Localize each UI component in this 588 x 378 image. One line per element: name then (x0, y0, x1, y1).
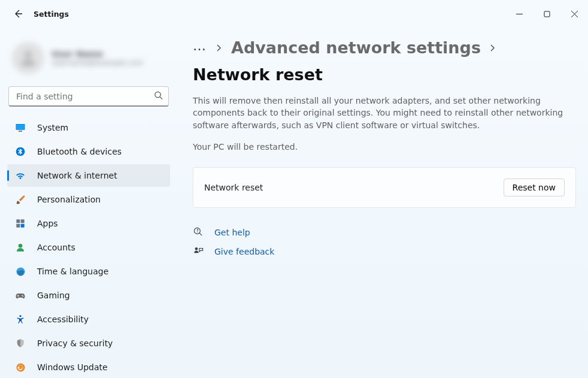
svg-rect-4 (19, 131, 22, 132)
sidebar-item-windows-update[interactable]: Windows Update (7, 356, 170, 378)
chevron-right-icon (489, 41, 496, 54)
breadcrumb-parent-link[interactable]: Advanced network settings (231, 38, 481, 57)
svg-rect-8 (16, 224, 20, 228)
sidebar-item-accounts[interactable]: Accounts (7, 236, 170, 259)
breadcrumb: … Advanced network settings Network rese… (193, 38, 576, 84)
update-icon (14, 361, 26, 373)
gamepad-icon (14, 289, 26, 301)
arrow-left-icon (13, 9, 23, 19)
reset-now-button[interactable]: Reset now (504, 179, 565, 196)
accessibility-icon (14, 313, 26, 325)
give-feedback-row: Give feedback (193, 246, 576, 257)
svg-rect-0 (544, 11, 550, 17)
sidebar-item-bluetooth[interactable]: Bluetooth & devices (7, 140, 170, 163)
svg-point-12 (22, 295, 23, 296)
svg-rect-7 (21, 219, 25, 223)
svg-rect-9 (21, 224, 25, 228)
maximize-button[interactable] (533, 4, 560, 23)
sidebar-item-gaming[interactable]: Gaming (7, 284, 170, 307)
back-button[interactable] (7, 3, 29, 25)
sidebar-item-label: Accounts (37, 243, 75, 252)
account-block[interactable]: User Name username@example.com (7, 34, 170, 85)
sidebar-item-label: Privacy & security (37, 338, 113, 348)
sidebar-item-apps[interactable]: Apps (7, 212, 170, 235)
sidebar-item-label: System (37, 123, 68, 132)
restart-note: Your PC will be restarted. (193, 142, 576, 152)
search-input[interactable] (8, 86, 169, 107)
person-icon (14, 241, 26, 253)
shield-icon (14, 337, 26, 349)
sidebar: User Name username@example.com System Bl… (0, 28, 177, 378)
maximize-icon (544, 11, 550, 17)
close-icon (571, 11, 578, 17)
minimize-icon (516, 11, 523, 17)
apps-icon (14, 217, 26, 229)
main-content: … Advanced network settings Network rese… (177, 28, 588, 378)
sidebar-item-privacy[interactable]: Privacy & security (7, 332, 170, 355)
help-links: Get help Give feedback (193, 227, 576, 257)
sidebar-item-time-language[interactable]: Time & language (7, 260, 170, 283)
paintbrush-icon (14, 193, 26, 205)
globe-clock-icon (14, 265, 26, 277)
sidebar-item-accessibility[interactable]: Accessibility (7, 308, 170, 331)
minimize-button[interactable] (505, 4, 533, 23)
window-controls (505, 4, 588, 23)
svg-rect-3 (16, 125, 25, 129)
get-help-row: Get help (193, 227, 576, 238)
breadcrumb-more-button[interactable]: … (193, 38, 207, 57)
network-reset-card: Network reset Reset now (193, 167, 576, 208)
svg-point-17 (195, 247, 198, 250)
bluetooth-icon (14, 146, 26, 158)
feedback-icon (193, 246, 204, 257)
sidebar-item-network[interactable]: Network & internet (7, 164, 170, 187)
get-help-link[interactable]: Get help (214, 228, 250, 237)
system-icon (14, 122, 26, 134)
close-button[interactable] (560, 4, 588, 23)
sidebar-item-label: Time & language (37, 267, 108, 276)
titlebar: Settings (0, 0, 588, 28)
description-text: This will remove then reinstall all your… (193, 95, 576, 131)
wifi-icon (14, 170, 26, 182)
svg-rect-6 (16, 219, 20, 223)
help-icon (193, 227, 204, 238)
sidebar-item-label: Windows Update (37, 362, 108, 372)
sidebar-item-label: Accessibility (37, 315, 89, 324)
sidebar-item-personalization[interactable]: Personalization (7, 188, 170, 211)
search-icon (154, 91, 163, 102)
sidebar-item-label: Bluetooth & devices (37, 147, 122, 156)
breadcrumb-current: Network reset (193, 65, 323, 84)
give-feedback-link[interactable]: Give feedback (214, 247, 274, 256)
chevron-right-icon (216, 41, 223, 54)
account-text: User Name username@example.com (51, 49, 143, 67)
svg-point-1 (155, 92, 160, 97)
sidebar-item-label: Network & internet (37, 171, 117, 180)
window-title: Settings (34, 10, 69, 19)
account-email: username@example.com (51, 59, 143, 67)
sidebar-item-label: Apps (37, 219, 58, 228)
nav-list: System Bluetooth & devices Network & int… (7, 116, 170, 378)
svg-point-10 (19, 244, 23, 248)
sidebar-item-label: Personalization (37, 195, 101, 204)
card-label: Network reset (204, 183, 263, 192)
account-name: User Name (51, 49, 143, 59)
search-box (8, 86, 169, 107)
svg-point-14 (19, 315, 21, 317)
avatar (12, 42, 44, 74)
sidebar-item-label: Gaming (37, 291, 70, 300)
sidebar-item-system[interactable]: System (7, 116, 170, 139)
svg-point-13 (23, 296, 24, 297)
